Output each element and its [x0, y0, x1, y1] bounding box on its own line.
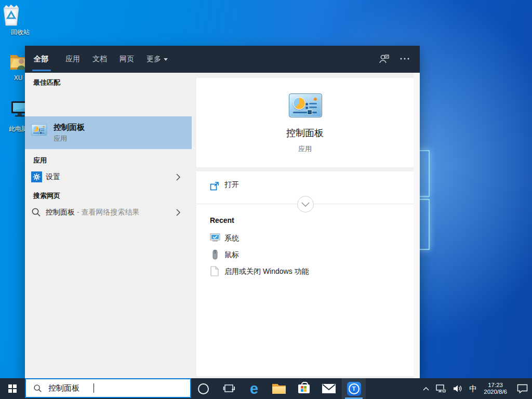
best-match-result[interactable]: 控制面板 应用	[25, 116, 192, 149]
taskbar: e T	[0, 378, 532, 399]
web-search-label: 控制面板 - 查看网络搜索结果	[46, 208, 139, 217]
chevron-down-icon	[301, 202, 310, 207]
clock-time: 17:23	[484, 382, 507, 389]
tab-all[interactable]: 全部	[34, 55, 48, 64]
more-options-button[interactable]	[400, 57, 409, 60]
search-input[interactable]	[48, 384, 93, 393]
chevron-right-icon	[176, 173, 181, 181]
preview-hero-card: 控制面板 应用	[196, 78, 414, 167]
desktop-icon-recycle-bin[interactable]: 回收站	[0, 3, 41, 37]
tray-expand-button[interactable]	[423, 387, 429, 391]
chevron-up-icon	[423, 387, 429, 391]
store-button[interactable]	[292, 378, 316, 399]
search-flyout: 全部 应用 文档 网页 更多 最佳匹配	[25, 46, 420, 378]
recent-item-system[interactable]: 系统	[196, 232, 414, 245]
preview-column: 控制面板 应用 打开 Recen	[196, 73, 414, 378]
recent-header: Recent	[210, 216, 234, 224]
network-icon	[436, 384, 446, 393]
system-tray: 中 17:23 2020/8/6	[423, 378, 528, 399]
tab-more[interactable]: 更多	[147, 55, 168, 64]
driver-app-button[interactable]: T	[342, 378, 366, 399]
scrollbar-track[interactable]	[414, 73, 420, 378]
best-match-subtitle: 应用	[54, 134, 67, 143]
ime-indicator[interactable]: 中	[469, 384, 477, 394]
windows-logo-icon	[8, 384, 17, 393]
cortana-icon	[198, 383, 209, 394]
recent-item-mouse[interactable]: 鼠标	[196, 248, 414, 262]
mail-icon	[322, 384, 336, 393]
web-search-result[interactable]: 控制面板 - 查看网络搜索结果	[25, 204, 196, 221]
search-icon	[33, 384, 42, 393]
clock-date: 2020/8/6	[484, 389, 507, 395]
store-icon	[298, 384, 310, 393]
desktop: 回收站 XU 此电脑 全部 应用 文档 网页	[0, 0, 532, 399]
tab-documents[interactable]: 文档	[92, 55, 107, 64]
mouse-icon	[210, 249, 220, 260]
wallpaper-pane	[419, 199, 430, 250]
recent-item-windows-features[interactable]: 启用或关闭 Windows 功能	[196, 265, 414, 278]
open-launch-icon	[210, 181, 219, 191]
signin-button[interactable]	[378, 53, 390, 64]
cortana-button[interactable]	[191, 378, 215, 399]
mail-button[interactable]	[317, 378, 341, 399]
open-action[interactable]: 打开	[196, 175, 414, 195]
text-caret	[94, 383, 94, 393]
open-label: 打开	[224, 180, 239, 190]
settings-result[interactable]: 设置	[25, 168, 196, 186]
volume-button[interactable]	[453, 384, 462, 393]
preview-title: 控制面板	[196, 127, 414, 139]
web-section-header: 搜索网页	[33, 191, 60, 201]
tab-web[interactable]: 网页	[119, 55, 134, 64]
action-center-button[interactable]	[517, 384, 528, 394]
edge-icon: e	[250, 381, 258, 396]
ellipsis-icon	[400, 57, 409, 60]
apps-section-header: 应用	[33, 156, 47, 165]
expand-button[interactable]	[297, 196, 314, 212]
recycle-bin-icon	[0, 3, 22, 26]
control-panel-icon-large	[289, 94, 322, 117]
taskbar-search-box[interactable]	[25, 378, 191, 398]
results-column: 最佳匹配 控制面板 应用 应用	[25, 73, 196, 378]
file-explorer-button[interactable]	[267, 378, 291, 399]
settings-label: 设置	[46, 172, 60, 182]
preview-subtitle: 应用	[196, 144, 414, 154]
edge-button[interactable]: e	[242, 378, 266, 399]
settings-gear-icon	[31, 171, 42, 182]
driver-app-icon: T	[347, 382, 361, 396]
taskbar-clock[interactable]: 17:23 2020/8/6	[484, 382, 507, 395]
network-button[interactable]	[436, 384, 446, 393]
desktop-icon-label: 回收站	[0, 28, 41, 37]
file-explorer-icon	[272, 384, 286, 394]
action-center-icon	[517, 384, 528, 394]
flyout-header: 全部 应用 文档 网页 更多	[25, 46, 420, 73]
start-button[interactable]	[0, 378, 25, 399]
chevron-down-icon	[164, 58, 168, 61]
tab-apps[interactable]: 应用	[65, 55, 80, 64]
search-icon	[31, 207, 41, 217]
wallpaper-pane	[419, 150, 430, 197]
document-icon	[210, 266, 219, 276]
best-match-title: 控制面板	[54, 123, 85, 132]
control-panel-icon	[31, 124, 47, 136]
system-icon	[210, 233, 220, 243]
task-view-icon	[223, 383, 235, 394]
preview-actions-card: 打开 Recent 系统	[196, 171, 414, 376]
person-icon	[378, 53, 390, 64]
best-match-header: 最佳匹配	[33, 78, 60, 87]
chevron-right-icon	[176, 208, 181, 217]
active-tab-underline	[32, 70, 51, 71]
speaker-icon	[453, 384, 462, 393]
task-view-button[interactable]	[217, 378, 241, 399]
